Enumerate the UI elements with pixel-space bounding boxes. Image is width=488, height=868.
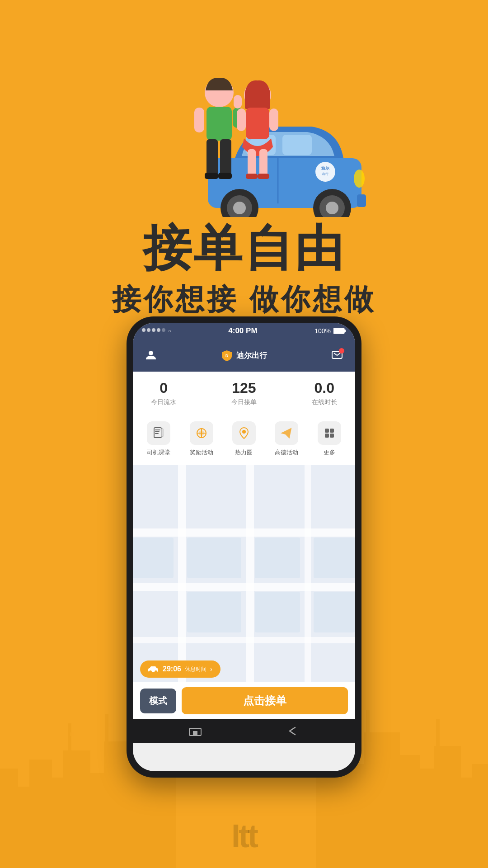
action-label-0: 司机课堂 (147, 448, 170, 457)
bottom-text: Itt (231, 817, 257, 854)
svg-rect-90 (255, 592, 300, 632)
signal-dot-4 (157, 328, 160, 332)
revenue-label: 今日流水 (151, 398, 176, 406)
signal-area: ○ (142, 328, 171, 334)
phone-nav-bar (133, 719, 355, 743)
svg-rect-16 (418, 769, 436, 868)
map-svg (133, 465, 355, 682)
navigation-icon (275, 421, 298, 445)
location-icon (238, 427, 250, 439)
svg-rect-25 (70, 732, 74, 736)
action-amap[interactable]: 高德活动 (275, 421, 298, 457)
svg-point-37 (315, 162, 335, 182)
svg-rect-82 (246, 465, 254, 682)
svg-rect-47 (218, 173, 232, 179)
svg-rect-85 (187, 538, 241, 578)
svg-rect-84 (133, 637, 355, 643)
online-value: 0.0 (314, 380, 334, 396)
accept-order-button[interactable]: 点击接单 (182, 687, 348, 714)
action-rewards[interactable]: 奖励活动 (190, 421, 213, 457)
svg-rect-75 (330, 429, 334, 433)
break-timer[interactable]: 29:06 休息时间 › (140, 660, 221, 678)
battery-area: 100% (314, 327, 346, 335)
svg-rect-74 (325, 429, 329, 433)
svg-point-61 (149, 351, 153, 355)
break-arrow-icon: › (210, 665, 212, 673)
svg-rect-86 (255, 538, 300, 578)
action-heat-map[interactable]: 热力圈 (232, 421, 256, 457)
break-time: 29:06 (163, 665, 181, 673)
svg-rect-59 (333, 328, 344, 334)
svg-rect-57 (237, 108, 246, 131)
svg-rect-20 (366, 710, 370, 732)
svg-rect-35 (282, 135, 312, 155)
action-label-1: 奖励活动 (190, 448, 213, 457)
illustration-area: 迪尔 出行 (0, 27, 488, 217)
phone-outer: ○ 4:00 PM 100% (127, 316, 361, 778)
svg-rect-7 (104, 741, 129, 868)
svg-rect-3 (29, 760, 52, 868)
person-icon (145, 349, 157, 361)
online-label: 在线时长 (312, 398, 337, 406)
rewards-icon (190, 421, 213, 445)
car-small-icon (148, 665, 159, 673)
user-icon[interactable] (142, 346, 160, 364)
signal-dot-1 (142, 328, 145, 332)
battery-icon (333, 328, 346, 334)
illustration-svg: 迪尔 出行 (108, 59, 380, 217)
svg-rect-19 (472, 764, 488, 868)
hero-section: 接单自由 接你想接 做你想做 (0, 222, 488, 319)
stat-divider-1 (204, 384, 204, 402)
action-label-2: 热力圈 (235, 448, 253, 457)
svg-rect-80 (133, 583, 355, 591)
orders-value: 125 (232, 380, 256, 396)
svg-rect-10 (68, 723, 71, 760)
action-more[interactable]: 更多 (318, 421, 341, 457)
svg-rect-5 (63, 750, 90, 868)
svg-rect-77 (330, 434, 334, 438)
svg-point-30 (233, 202, 246, 214)
stat-online-time: 0.0 在线时长 (312, 380, 337, 406)
logo-shield-icon: D (221, 349, 233, 361)
svg-rect-87 (187, 592, 241, 632)
svg-rect-68 (161, 429, 163, 437)
svg-rect-66 (155, 431, 160, 432)
revenue-value: 0 (160, 380, 168, 396)
svg-rect-76 (325, 434, 329, 438)
stat-daily-orders: 125 今日接单 (231, 380, 257, 406)
app-header: D 迪尔出行 (133, 339, 355, 372)
svg-rect-6 (88, 773, 106, 868)
svg-point-40 (354, 170, 365, 188)
svg-text:迪尔: 迪尔 (321, 166, 330, 170)
action-label-3: 高德活动 (275, 448, 298, 457)
driver-class-icon (147, 421, 170, 445)
mode-button[interactable]: 模式 (140, 689, 176, 713)
message-button[interactable] (328, 346, 346, 364)
hero-title: 接单自由 (0, 222, 488, 275)
svg-rect-46 (205, 173, 218, 179)
svg-rect-18 (459, 778, 474, 868)
svg-rect-4 (50, 778, 66, 868)
svg-rect-52 (246, 108, 269, 139)
svg-text:D: D (225, 354, 229, 358)
stats-row: 0 今日流水 125 今日接单 0.0 在线时长 (133, 372, 355, 413)
svg-rect-81 (178, 465, 186, 682)
action-label-4: 更多 (324, 448, 335, 457)
home-nav-icon[interactable] (188, 726, 202, 736)
gift-icon (195, 427, 208, 439)
orders-label: 今日接单 (231, 398, 257, 406)
quick-actions: 司机课堂 奖励活动 (133, 413, 355, 465)
status-time: 4:00 PM (228, 326, 257, 335)
svg-rect-26 (108, 723, 112, 727)
phone-mockup: ○ 4:00 PM 100% (127, 316, 361, 778)
back-nav-icon[interactable] (286, 726, 300, 736)
book-icon (152, 427, 165, 439)
send-icon (280, 427, 293, 439)
action-driver-class[interactable]: 司机课堂 (147, 421, 170, 457)
svg-rect-65 (155, 429, 160, 430)
carrier-text: ○ (168, 328, 171, 334)
svg-rect-56 (258, 174, 269, 179)
break-label: 休息时间 (185, 665, 206, 673)
svg-point-73 (242, 430, 246, 434)
svg-rect-21 (436, 719, 440, 746)
